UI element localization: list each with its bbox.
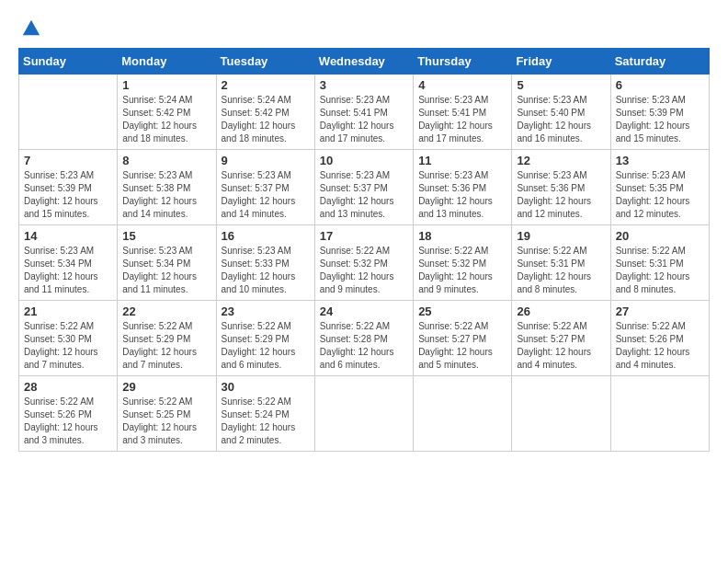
day-info: Sunrise: 5:22 AM Sunset: 5:30 PM Dayligh… [24,320,112,372]
calendar-cell: 26Sunrise: 5:22 AM Sunset: 5:27 PM Dayli… [512,301,610,376]
day-info: Sunrise: 5:22 AM Sunset: 5:31 PM Dayligh… [517,245,605,296]
weekday-header-cell: Wednesday [314,49,413,75]
day-number: 3 [320,78,408,92]
day-info: Sunrise: 5:23 AM Sunset: 5:41 PM Dayligh… [418,94,506,145]
day-number: 11 [418,154,506,167]
calendar-cell: 4Sunrise: 5:23 AM Sunset: 5:41 PM Daylig… [414,75,512,150]
calendar-cell: 25Sunrise: 5:22 AM Sunset: 5:27 PM Dayli… [414,301,512,376]
calendar-cell: 18Sunrise: 5:22 AM Sunset: 5:32 PM Dayli… [414,225,512,301]
calendar-cell: 19Sunrise: 5:22 AM Sunset: 5:31 PM Dayli… [512,225,610,301]
day-number: 21 [24,304,112,318]
calendar-cell [19,75,118,150]
day-info: Sunrise: 5:22 AM Sunset: 5:29 PM Dayligh… [222,320,310,372]
calendar-cell: 28Sunrise: 5:22 AM Sunset: 5:26 PM Dayli… [19,376,118,452]
calendar-cell: 20Sunrise: 5:22 AM Sunset: 5:31 PM Dayli… [610,225,709,301]
calendar-cell [314,376,413,452]
day-info: Sunrise: 5:23 AM Sunset: 5:41 PM Dayligh… [320,94,408,145]
day-info: Sunrise: 5:22 AM Sunset: 5:25 PM Dayligh… [122,396,210,447]
day-number: 7 [24,154,112,167]
day-number: 26 [517,304,605,318]
calendar-cell: 14Sunrise: 5:23 AM Sunset: 5:34 PM Dayli… [19,225,118,301]
calendar-week-row: 14Sunrise: 5:23 AM Sunset: 5:34 PM Dayli… [19,225,710,301]
calendar-cell: 24Sunrise: 5:22 AM Sunset: 5:28 PM Dayli… [314,301,413,376]
calendar-cell: 29Sunrise: 5:22 AM Sunset: 5:25 PM Dayli… [118,376,216,452]
calendar-cell: 23Sunrise: 5:22 AM Sunset: 5:29 PM Dayli… [216,301,314,376]
day-info: Sunrise: 5:23 AM Sunset: 5:33 PM Dayligh… [222,245,310,296]
calendar-cell: 17Sunrise: 5:22 AM Sunset: 5:32 PM Dayli… [314,225,413,301]
day-info: Sunrise: 5:23 AM Sunset: 5:37 PM Dayligh… [222,169,310,221]
weekday-header-cell: Monday [118,49,216,75]
day-info: Sunrise: 5:23 AM Sunset: 5:36 PM Dayligh… [418,169,506,221]
calendar-week-row: 7Sunrise: 5:23 AM Sunset: 5:39 PM Daylig… [19,150,710,225]
day-info: Sunrise: 5:24 AM Sunset: 5:42 PM Dayligh… [222,94,310,145]
day-number: 29 [122,380,210,394]
calendar-cell [610,376,709,452]
day-info: Sunrise: 5:22 AM Sunset: 5:26 PM Dayligh… [24,396,112,447]
logo [18,18,41,39]
day-number: 10 [320,154,408,167]
day-number: 6 [616,78,704,92]
day-info: Sunrise: 5:24 AM Sunset: 5:42 PM Dayligh… [122,94,210,145]
calendar-body: 1Sunrise: 5:24 AM Sunset: 5:42 PM Daylig… [19,75,710,452]
calendar-cell: 13Sunrise: 5:23 AM Sunset: 5:35 PM Dayli… [610,150,709,225]
day-info: Sunrise: 5:22 AM Sunset: 5:31 PM Dayligh… [616,245,704,296]
day-info: Sunrise: 5:22 AM Sunset: 5:26 PM Dayligh… [616,320,704,372]
calendar-cell: 1Sunrise: 5:24 AM Sunset: 5:42 PM Daylig… [118,75,216,150]
day-info: Sunrise: 5:22 AM Sunset: 5:27 PM Dayligh… [517,320,605,372]
calendar-cell: 3Sunrise: 5:23 AM Sunset: 5:41 PM Daylig… [314,75,413,150]
calendar-cell: 30Sunrise: 5:22 AM Sunset: 5:24 PM Dayli… [216,376,314,452]
day-info: Sunrise: 5:23 AM Sunset: 5:35 PM Dayligh… [616,169,704,221]
calendar-cell: 16Sunrise: 5:23 AM Sunset: 5:33 PM Dayli… [216,225,314,301]
calendar-cell: 15Sunrise: 5:23 AM Sunset: 5:34 PM Dayli… [118,225,216,301]
weekday-header-cell: Friday [512,49,610,75]
calendar-week-row: 1Sunrise: 5:24 AM Sunset: 5:42 PM Daylig… [19,75,710,150]
day-number: 16 [222,229,310,243]
calendar-week-row: 21Sunrise: 5:22 AM Sunset: 5:30 PM Dayli… [19,301,710,376]
day-number: 24 [320,304,408,318]
day-number: 20 [616,229,704,243]
day-info: Sunrise: 5:22 AM Sunset: 5:32 PM Dayligh… [320,245,408,296]
calendar-cell: 22Sunrise: 5:22 AM Sunset: 5:29 PM Dayli… [118,301,216,376]
day-info: Sunrise: 5:23 AM Sunset: 5:40 PM Dayligh… [517,94,605,145]
day-info: Sunrise: 5:22 AM Sunset: 5:28 PM Dayligh… [320,320,408,372]
calendar-cell [512,376,610,452]
weekday-header-cell: Tuesday [216,49,314,75]
day-info: Sunrise: 5:23 AM Sunset: 5:38 PM Dayligh… [122,169,210,221]
day-info: Sunrise: 5:23 AM Sunset: 5:39 PM Dayligh… [24,169,112,221]
calendar-cell: 6Sunrise: 5:23 AM Sunset: 5:39 PM Daylig… [610,75,709,150]
calendar-table: SundayMondayTuesdayWednesdayThursdayFrid… [18,48,710,452]
day-number: 4 [418,78,506,92]
day-number: 9 [222,154,310,167]
weekday-header-row: SundayMondayTuesdayWednesdayThursdayFrid… [19,49,710,75]
logo-icon [21,18,41,39]
calendar-cell: 9Sunrise: 5:23 AM Sunset: 5:37 PM Daylig… [216,150,314,225]
day-number: 18 [418,229,506,243]
day-number: 5 [517,78,605,92]
day-info: Sunrise: 5:23 AM Sunset: 5:34 PM Dayligh… [122,245,210,296]
calendar-cell: 7Sunrise: 5:23 AM Sunset: 5:39 PM Daylig… [19,150,118,225]
calendar-cell [414,376,512,452]
calendar-cell: 21Sunrise: 5:22 AM Sunset: 5:30 PM Dayli… [19,301,118,376]
day-number: 12 [517,154,605,167]
day-info: Sunrise: 5:22 AM Sunset: 5:29 PM Dayligh… [122,320,210,372]
weekday-header-cell: Saturday [610,49,709,75]
day-info: Sunrise: 5:22 AM Sunset: 5:32 PM Dayligh… [418,245,506,296]
svg-marker-0 [23,20,40,36]
day-info: Sunrise: 5:22 AM Sunset: 5:24 PM Dayligh… [222,396,310,447]
day-number: 17 [320,229,408,243]
day-number: 22 [122,304,210,318]
calendar-cell: 8Sunrise: 5:23 AM Sunset: 5:38 PM Daylig… [118,150,216,225]
day-info: Sunrise: 5:23 AM Sunset: 5:37 PM Dayligh… [320,169,408,221]
day-number: 13 [616,154,704,167]
day-info: Sunrise: 5:23 AM Sunset: 5:36 PM Dayligh… [517,169,605,221]
weekday-header-cell: Sunday [19,49,118,75]
calendar-cell: 11Sunrise: 5:23 AM Sunset: 5:36 PM Dayli… [414,150,512,225]
day-number: 19 [517,229,605,243]
day-number: 15 [122,229,210,243]
day-number: 27 [616,304,704,318]
day-info: Sunrise: 5:22 AM Sunset: 5:27 PM Dayligh… [418,320,506,372]
calendar-cell: 27Sunrise: 5:22 AM Sunset: 5:26 PM Dayli… [610,301,709,376]
day-info: Sunrise: 5:23 AM Sunset: 5:34 PM Dayligh… [24,245,112,296]
calendar-cell: 2Sunrise: 5:24 AM Sunset: 5:42 PM Daylig… [216,75,314,150]
calendar-cell: 12Sunrise: 5:23 AM Sunset: 5:36 PM Dayli… [512,150,610,225]
